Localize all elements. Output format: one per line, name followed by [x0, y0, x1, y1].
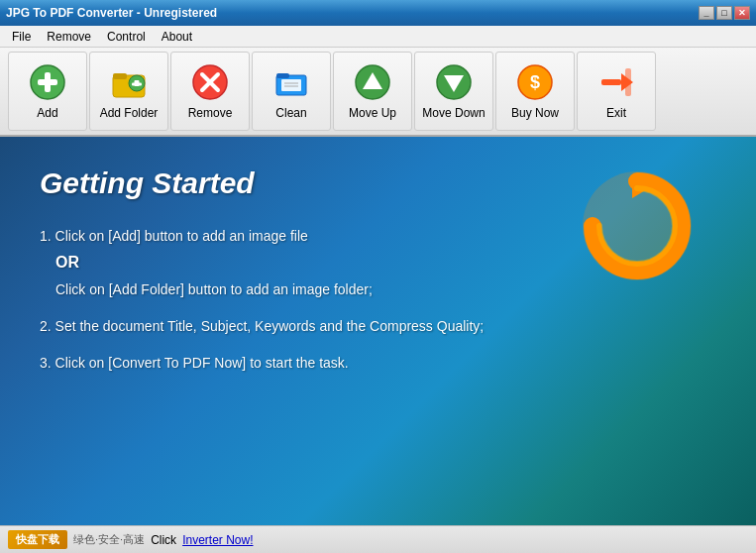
buy-now-label: Buy Now: [511, 106, 559, 120]
move-down-icon: [434, 62, 474, 102]
svg-rect-4: [113, 73, 127, 79]
add-folder-label: Add Folder: [100, 106, 159, 120]
badge-text: 快盘下载: [16, 533, 59, 545]
buy-now-button[interactable]: $ Buy Now: [495, 52, 575, 131]
status-link[interactable]: Inverter Now!: [182, 533, 253, 547]
move-up-button[interactable]: Move Up: [333, 52, 412, 131]
add-icon: [28, 62, 67, 102]
step-1-or: OR: [55, 254, 79, 271]
menu-bar: File Remove Control About: [0, 26, 756, 48]
move-up-label: Move Up: [349, 106, 396, 120]
svg-rect-12: [276, 73, 289, 78]
svg-rect-24: [625, 68, 631, 96]
svg-text:$: $: [530, 72, 540, 92]
step-2: 2. Set the document Title, Subject, Keyw…: [40, 314, 716, 339]
status-bar: 快盘下载 绿色·安全·高速 Click Inverter Now!: [0, 525, 756, 553]
exit-label: Exit: [606, 106, 626, 120]
menu-about[interactable]: About: [154, 28, 200, 46]
close-button[interactable]: ✕: [734, 6, 750, 20]
app-logo-icon: [578, 166, 697, 285]
svg-rect-13: [281, 79, 301, 91]
move-up-icon: [353, 62, 392, 102]
status-click-text: Click: [151, 533, 176, 547]
maximize-button[interactable]: □: [716, 6, 732, 20]
menu-remove[interactable]: Remove: [39, 28, 99, 46]
exit-button[interactable]: Exit: [577, 52, 656, 131]
clean-icon: [271, 62, 311, 102]
title-bar: JPG To PDF Converter - Unregistered _ □ …: [0, 0, 756, 26]
add-folder-icon: [109, 62, 149, 102]
step-1-sub: Click on [Add Folder] button to add an i…: [55, 281, 373, 297]
step-2-text: 2. Set the document Title, Subject, Keyw…: [40, 318, 484, 334]
move-down-label: Move Down: [422, 106, 485, 120]
svg-rect-2: [38, 79, 57, 85]
add-label: Add: [37, 106, 57, 120]
remove-label: Remove: [188, 106, 233, 120]
remove-button[interactable]: Remove: [170, 52, 250, 131]
window-controls: _ □ ✕: [699, 6, 750, 20]
buy-now-icon: $: [515, 62, 555, 102]
menu-control[interactable]: Control: [99, 28, 154, 46]
svg-rect-7: [132, 83, 142, 86]
step-3-text: 3. Click on [Convert To PDF Now] to star…: [40, 355, 349, 371]
move-down-button[interactable]: Move Down: [414, 52, 493, 131]
clean-button[interactable]: Clean: [252, 52, 331, 131]
minimize-button[interactable]: _: [699, 6, 714, 20]
window-title: JPG To PDF Converter - Unregistered: [6, 6, 217, 20]
clean-label: Clean: [275, 106, 306, 120]
step-3: 3. Click on [Convert To PDF Now] to star…: [40, 351, 716, 376]
svg-rect-22: [601, 79, 621, 85]
step-1-text: 1. Click on [Add] button to add an image…: [40, 228, 308, 244]
status-left: 快盘下载 绿色·安全·高速 Click Inverter Now!: [8, 530, 253, 549]
watermark-badge: 快盘下载: [8, 530, 67, 549]
add-button[interactable]: Add: [8, 52, 87, 131]
exit-icon: [596, 62, 636, 102]
badge-sub-text: 绿色·安全·高速: [73, 532, 145, 547]
remove-icon: [190, 62, 230, 102]
main-content: Getting Started 1. Click on [Add] button…: [0, 137, 756, 525]
menu-file[interactable]: File: [4, 28, 39, 46]
add-folder-button[interactable]: Add Folder: [89, 52, 168, 131]
toolbar: Add Add Folder Remove: [0, 48, 756, 137]
